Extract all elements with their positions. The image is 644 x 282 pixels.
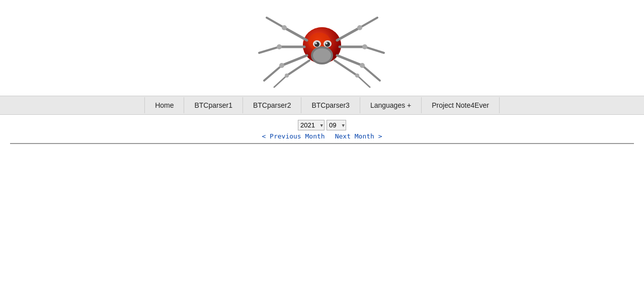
year-select-wrapper: 2019202020212022 <box>298 120 325 130</box>
svg-line-20 <box>365 47 384 53</box>
svg-point-5 <box>314 42 319 47</box>
svg-point-25 <box>282 25 287 30</box>
svg-line-14 <box>264 65 282 81</box>
svg-point-7 <box>315 42 317 44</box>
svg-line-9 <box>284 28 307 40</box>
navbar: Home BTCparser1 BTCparser2 BTCparser3 La… <box>0 96 644 115</box>
date-row: 2019202020212022 01020304050607080910111… <box>298 120 346 130</box>
svg-point-31 <box>360 63 365 68</box>
nav-home[interactable]: Home <box>144 97 184 113</box>
svg-line-18 <box>360 18 377 28</box>
logo-area <box>247 5 397 91</box>
date-selector: 2019202020212022 01020304050607080910111… <box>0 115 644 143</box>
svg-line-24 <box>357 76 370 87</box>
svg-point-28 <box>285 74 289 78</box>
svg-point-6 <box>325 42 330 47</box>
svg-point-8 <box>326 42 328 44</box>
year-select[interactable]: 2019202020212022 <box>298 120 325 130</box>
month-select[interactable]: 010203040506070809101112 <box>327 120 346 130</box>
nav-languages[interactable]: Languages + <box>360 97 422 113</box>
nav-btcparser1[interactable]: BTCparser1 <box>184 97 243 113</box>
logo-svg <box>249 8 395 88</box>
data-area <box>10 143 634 144</box>
svg-line-17 <box>337 28 360 40</box>
month-navigation: < Previous Month Next Month > <box>262 132 382 140</box>
svg-line-12 <box>259 47 279 53</box>
svg-line-22 <box>362 65 380 81</box>
nav-note4ever[interactable]: Project Note4Ever <box>422 97 500 113</box>
month-select-wrapper: 010203040506070809101112 <box>327 120 346 130</box>
header <box>0 0 644 96</box>
svg-point-29 <box>357 25 362 30</box>
svg-point-32 <box>355 74 359 78</box>
svg-point-26 <box>277 44 282 49</box>
next-month-link[interactable]: Next Month > <box>335 132 382 140</box>
nav-btcparser3[interactable]: BTCparser3 <box>301 97 360 113</box>
svg-point-27 <box>279 63 284 68</box>
svg-point-34 <box>313 48 331 62</box>
svg-point-30 <box>362 44 367 49</box>
svg-line-16 <box>274 76 287 87</box>
prev-month-link[interactable]: < Previous Month <box>262 132 325 140</box>
svg-line-10 <box>267 18 284 28</box>
nav-btcparser2[interactable]: BTCparser2 <box>243 97 301 113</box>
